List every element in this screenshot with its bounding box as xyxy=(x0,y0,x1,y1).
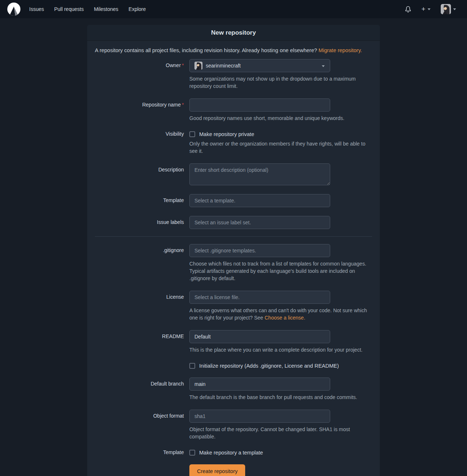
issue-labels-select[interactable]: Select an issue label set. xyxy=(189,216,330,229)
field-owner: Owner* searinminecraft Some organization… xyxy=(95,59,372,90)
owner-label: Owner* xyxy=(95,59,184,68)
issue-labels-placeholder: Select an issue label set. xyxy=(194,220,251,225)
private-checkbox[interactable] xyxy=(189,131,195,137)
initialize-checkbox-label[interactable]: Initialize repository (Adds .gitignore, … xyxy=(199,363,339,369)
field-description: Description xyxy=(95,163,372,185)
default-branch-help-text: The default branch is the base branch fo… xyxy=(189,394,372,401)
description-textarea[interactable] xyxy=(189,163,330,185)
required-asterisk: * xyxy=(182,102,184,108)
field-visibility: Visibility Make repository private Only … xyxy=(95,131,372,155)
issue-labels-label: Issue labels xyxy=(95,216,184,225)
owner-avatar xyxy=(194,62,202,70)
intro-text: A repository contains all project files,… xyxy=(95,47,372,53)
field-template-select: Template Select a template. xyxy=(95,194,372,207)
plus-icon: + xyxy=(421,6,425,12)
object-format-help-text: Object format of the repository. Cannot … xyxy=(189,426,372,440)
owner-help-text: Some organizations may not show up in th… xyxy=(189,75,372,90)
top-navbar: Issues Pull requests Milestones Explore … xyxy=(0,0,467,18)
default-branch-input[interactable] xyxy=(189,378,330,391)
notifications-button[interactable] xyxy=(401,3,415,15)
field-initialize: Initialize repository (Adds .gitignore, … xyxy=(95,362,372,369)
readme-selected-value: Default xyxy=(194,334,211,340)
create-repository-button[interactable]: Create repository xyxy=(189,464,245,476)
visibility-help-text: Only the owner or the organization membe… xyxy=(189,140,372,155)
field-default-branch: Default branch The default branch is the… xyxy=(95,378,372,401)
readme-label: README xyxy=(95,330,184,339)
template-flag-label: Template xyxy=(95,449,184,455)
field-object-format: Object format sha1 Object format of the … xyxy=(95,410,372,440)
repository-name-input[interactable] xyxy=(189,98,330,112)
intro-message: A repository contains all project files,… xyxy=(95,47,317,53)
template-select-label: Template xyxy=(95,194,184,203)
license-help-text: A license governs what others can and ca… xyxy=(189,307,372,321)
user-avatar xyxy=(441,4,451,14)
section-divider xyxy=(95,236,372,237)
nav-item-explore[interactable]: Explore xyxy=(123,3,151,15)
template-flag-checkbox-row: Make repository a template xyxy=(189,449,372,456)
object-format-selected-value: sha1 xyxy=(194,413,205,419)
bell-icon xyxy=(405,6,411,12)
caret-down-icon xyxy=(322,65,325,67)
gitignore-select[interactable]: Select .gitignore templates. xyxy=(189,244,330,257)
field-repository-name: Repository name* Good repository names u… xyxy=(95,98,372,122)
template-select[interactable]: Select a template. xyxy=(189,194,330,207)
gitignore-help-text: Choose which files not to track from a l… xyxy=(189,260,372,282)
template-select-placeholder: Select a template. xyxy=(194,198,235,204)
repository-name-help-text: Good repository names use short, memorab… xyxy=(189,115,372,122)
field-gitignore: .gitignore Select .gitignore templates. … xyxy=(95,244,372,282)
license-placeholder: Select a license file. xyxy=(194,294,240,300)
nav-item-milestones[interactable]: Milestones xyxy=(89,3,123,15)
owner-select[interactable]: searinminecraft xyxy=(189,59,330,72)
required-asterisk: * xyxy=(182,62,184,68)
caret-down-icon xyxy=(453,8,456,10)
choose-a-license-link[interactable]: Choose a license. xyxy=(265,315,305,321)
object-format-label: Object format xyxy=(95,410,184,419)
object-format-select[interactable]: sha1 xyxy=(189,410,330,423)
nav-item-issues[interactable]: Issues xyxy=(24,3,49,15)
create-new-menu-button[interactable]: + xyxy=(418,3,434,15)
field-readme: README Default This is the place where y… xyxy=(95,330,372,353)
nav-item-pull-requests[interactable]: Pull requests xyxy=(49,3,89,15)
new-repository-panel: New repository A repository contains all… xyxy=(87,25,380,476)
user-menu-button[interactable] xyxy=(437,1,460,17)
page-title: New repository xyxy=(87,25,380,41)
new-repository-form: A repository contains all project files,… xyxy=(87,41,380,476)
site-logo-icon[interactable] xyxy=(7,3,20,16)
default-branch-label: Default branch xyxy=(95,378,184,387)
migrate-repository-link[interactable]: Migrate repository. xyxy=(319,47,362,53)
caret-down-icon xyxy=(428,8,431,10)
field-issue-labels: Issue labels Select an issue label set. xyxy=(95,216,372,229)
gitignore-label: .gitignore xyxy=(95,244,184,253)
field-template-flag: Template Make repository a template xyxy=(95,449,372,456)
private-checkbox-label[interactable]: Make repository private xyxy=(199,131,254,137)
initialize-checkbox-row: Initialize repository (Adds .gitignore, … xyxy=(189,362,372,369)
license-select[interactable]: Select a license file. xyxy=(189,291,330,304)
description-label: Description xyxy=(95,163,184,173)
field-license: License Select a license file. A license… xyxy=(95,291,372,321)
readme-help-text: This is the place where you can write a … xyxy=(189,346,372,353)
template-flag-checkbox-label[interactable]: Make repository a template xyxy=(199,450,263,456)
visibility-checkbox-row: Make repository private xyxy=(189,131,372,137)
nav-right: + xyxy=(401,1,460,17)
visibility-label: Visibility xyxy=(95,131,184,137)
initialize-label-spacer xyxy=(95,362,184,363)
gitignore-placeholder: Select .gitignore templates. xyxy=(194,248,256,254)
license-label: License xyxy=(95,291,184,300)
readme-select[interactable]: Default xyxy=(189,330,330,343)
template-flag-checkbox[interactable] xyxy=(189,450,195,456)
initialize-checkbox[interactable] xyxy=(189,363,195,369)
nav-links: Issues Pull requests Milestones Explore xyxy=(24,3,151,15)
repository-name-label: Repository name* xyxy=(95,98,184,108)
owner-selected-value: searinminecraft xyxy=(206,63,241,69)
